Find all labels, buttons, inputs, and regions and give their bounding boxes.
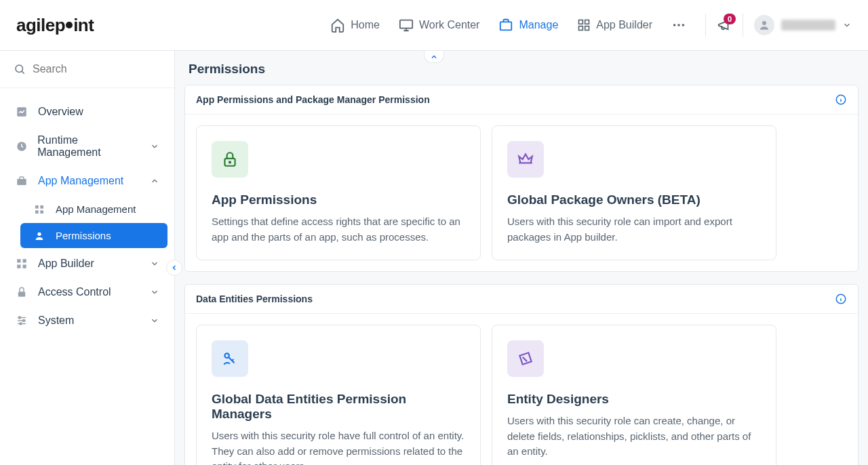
nav-home[interactable]: Home [330, 18, 380, 33]
main-content: Permissions App Permissions and Package … [175, 51, 868, 465]
page-title: Permissions [175, 51, 868, 85]
svg-rect-13 [17, 179, 26, 185]
svg-rect-3 [585, 20, 589, 24]
key-hand-icon [212, 340, 248, 377]
svg-rect-5 [585, 26, 589, 31]
sidebar-item-label: Overview [38, 106, 83, 118]
search-icon [14, 63, 26, 75]
svg-rect-14 [35, 205, 39, 209]
chevron-down-icon [150, 287, 159, 297]
chevron-up-icon [430, 53, 438, 61]
svg-rect-23 [18, 291, 26, 297]
card-description: Users with this security role have full … [212, 428, 465, 465]
nav-app-builder[interactable]: App Builder [577, 18, 652, 32]
notification-badge: 0 [724, 14, 736, 24]
svg-point-10 [16, 65, 23, 73]
card-global-package-owners[interactable]: Global Package Owners (BETA) Users with … [492, 125, 776, 260]
chevron-down-icon [150, 142, 159, 151]
sliders-icon [15, 315, 28, 327]
card-description: Users with this security role can import… [507, 214, 761, 245]
top-nav: Home Work Center Manage App Builder [330, 18, 686, 33]
grid-icon [577, 18, 591, 32]
sidebar-list: Overview Runtime Management App Manageme… [0, 88, 174, 344]
sidebar-submenu: App Management Permissions [0, 197, 174, 248]
svg-rect-15 [40, 205, 43, 209]
section-heading-row: App Permissions and Package Manager Perm… [185, 85, 858, 115]
info-icon[interactable] [835, 94, 847, 106]
chart-icon [15, 106, 28, 118]
info-icon[interactable] [835, 293, 847, 305]
card-title: Global Data Entities Permission Managers [212, 392, 465, 422]
lock-icon [212, 141, 248, 178]
svg-point-7 [677, 24, 680, 26]
card-description: Settings that define access rights that … [212, 214, 465, 245]
briefcase-icon [15, 175, 28, 187]
chevron-down-icon [150, 316, 159, 325]
topbar-collapse-toggle[interactable] [424, 51, 444, 63]
sidebar-item-app-builder[interactable]: App Builder [0, 249, 174, 278]
notifications-button[interactable]: 0 [717, 18, 732, 33]
sidebar-item-system[interactable]: System [0, 306, 174, 335]
sidebar-subitem-app-management[interactable]: App Management [20, 197, 167, 222]
chevron-up-icon [150, 176, 159, 186]
lock-icon [15, 286, 28, 298]
card-row: Global Data Entities Permission Managers… [185, 314, 858, 465]
nav-label: Manage [519, 19, 558, 31]
nav-manage[interactable]: Manage [498, 18, 558, 33]
svg-rect-16 [35, 210, 39, 214]
grid-icon [15, 258, 28, 270]
card-global-data-entities-managers[interactable]: Global Data Entities Permission Managers… [196, 325, 481, 465]
divider [705, 14, 706, 37]
sidebar-item-access-control[interactable]: Access Control [0, 278, 174, 306]
search-input[interactable] [33, 63, 161, 75]
sidebar-item-label: App Management [38, 175, 123, 187]
svg-point-6 [673, 24, 676, 26]
card-title: App Permissions [212, 193, 465, 207]
sidebar-subitem-permissions[interactable]: Permissions [20, 223, 167, 248]
topbar: agilepint Home Work Center Manage App Bu… [0, 0, 868, 51]
sidebar: Overview Runtime Management App Manageme… [0, 51, 175, 465]
briefcase-icon [498, 18, 513, 33]
chevron-down-icon [150, 259, 159, 268]
crown-icon [507, 141, 544, 178]
clock-icon [15, 140, 28, 153]
sidebar-item-label: Runtime Management [37, 134, 140, 159]
user-menu[interactable] [754, 15, 852, 35]
svg-point-24 [19, 317, 21, 319]
svg-rect-19 [17, 259, 20, 262]
svg-point-8 [682, 24, 685, 26]
sidebar-item-label: App Builder [38, 258, 94, 270]
svg-rect-4 [579, 26, 583, 31]
svg-rect-1 [500, 22, 512, 30]
sidebar-item-label: App Management [56, 203, 136, 215]
divider [743, 14, 743, 37]
nav-work-center[interactable]: Work Center [399, 18, 480, 33]
sidebar-item-app-management[interactable]: App Management [0, 167, 174, 195]
more-icon [671, 18, 686, 33]
layout: Overview Runtime Management App Manageme… [0, 51, 868, 465]
card-entity-designers[interactable]: Entity Designers Users with this securit… [492, 325, 776, 465]
nav-more[interactable] [671, 18, 686, 33]
svg-point-25 [23, 320, 25, 322]
svg-point-9 [762, 21, 766, 25]
sidebar-item-label: Permissions [56, 230, 111, 241]
nav-label: App Builder [596, 19, 652, 31]
card-description: Users with this security role can create… [507, 413, 761, 460]
svg-point-26 [20, 323, 22, 325]
svg-rect-17 [40, 210, 43, 214]
svg-rect-21 [17, 265, 20, 268]
sidebar-item-overview[interactable]: Overview [0, 98, 174, 126]
svg-rect-20 [23, 259, 26, 262]
card-row: App Permissions Settings that define acc… [185, 115, 858, 271]
section-data-entities: Data Entities Permissions Global Data En… [184, 284, 859, 465]
card-title: Global Package Owners (BETA) [507, 193, 761, 207]
sidebar-item-runtime-management[interactable]: Runtime Management [0, 126, 174, 167]
section-app-permissions: App Permissions and Package Manager Perm… [184, 85, 859, 272]
sidebar-search[interactable] [0, 51, 174, 88]
card-app-permissions[interactable]: App Permissions Settings that define acc… [196, 125, 481, 260]
user-icon [33, 230, 46, 241]
sidebar-collapse-toggle[interactable] [166, 260, 182, 276]
card-title: Entity Designers [507, 392, 761, 407]
svg-point-29 [229, 161, 231, 163]
section-heading-row: Data Entities Permissions [185, 285, 858, 314]
